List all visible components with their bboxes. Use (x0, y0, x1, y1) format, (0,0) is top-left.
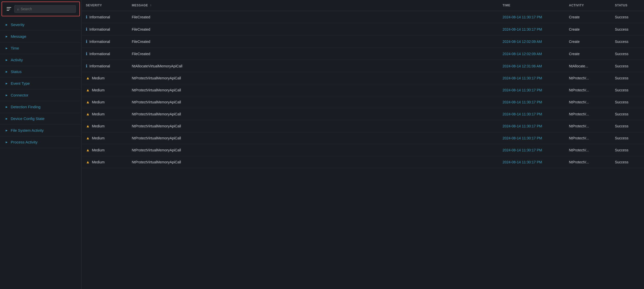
time-link[interactable]: 2024-08-14 11:30:17 PM (503, 148, 542, 152)
status-cell-2: Success (611, 35, 644, 48)
table-row[interactable]: ▲ Medium NtProtectVirtualMemoryApiCall 2… (82, 132, 644, 144)
time-cell-10[interactable]: 2024-08-14 11:30:17 PM (498, 132, 565, 144)
table-row[interactable]: ▲ Medium NtProtectVirtualMemoryApiCall 2… (82, 108, 644, 120)
col-header-activity[interactable]: ACTIVITY (565, 0, 611, 11)
table-row[interactable]: ▲ Medium NtProtectVirtualMemoryApiCall 2… (82, 84, 644, 96)
sidebar-item-status[interactable]: ► Status (0, 66, 81, 78)
activity-cell-6: NtProtectV... (565, 84, 611, 96)
table-row[interactable]: ▲ Medium NtProtectVirtualMemoryApiCall 2… (82, 120, 644, 132)
activity-cell-7: NtProtectV... (565, 96, 611, 108)
warning-icon: ▲ (86, 112, 90, 116)
sidebar-item-process-activity[interactable]: ► Process Activity (0, 136, 81, 148)
search-icon: ⌕ (17, 7, 19, 11)
time-cell-5[interactable]: 2024-08-14 11:30:17 PM (498, 72, 565, 84)
message-cell-10: NtProtectVirtualMemoryApiCall (128, 132, 498, 144)
sidebar-item-label: Process Activity (11, 140, 38, 144)
message-cell-3: FileCreated (128, 48, 498, 60)
status-cell-7: Success (611, 96, 644, 108)
time-cell-11[interactable]: 2024-08-14 11:30:17 PM (498, 144, 565, 156)
sidebar-item-label: Message (11, 34, 26, 39)
time-link[interactable]: 2024-08-14 11:30:17 PM (503, 100, 542, 104)
time-link[interactable]: 2024-08-14 11:30:17 PM (503, 88, 542, 92)
time-link[interactable]: 2024-08-14 12:02:09 AM (503, 40, 542, 44)
table-row[interactable]: ▲ Medium NtProtectVirtualMemoryApiCall 2… (82, 72, 644, 84)
sidebar-item-activity[interactable]: ► Activity (0, 54, 81, 66)
table-row[interactable]: ℹ Informational FileCreated 2024-08-14 1… (82, 48, 644, 60)
table-row[interactable]: ℹ Informational NtAllocateVirtualMemoryA… (82, 60, 644, 72)
time-cell-3[interactable]: 2024-08-14 12:02:09 AM (498, 48, 565, 60)
time-cell-7[interactable]: 2024-08-14 11:30:17 PM (498, 96, 565, 108)
time-link[interactable]: 2024-08-14 12:31:06 AM (503, 64, 542, 68)
sidebar-item-time[interactable]: ► Time (0, 42, 81, 54)
table-wrapper[interactable]: SEVERITY MESSAGE ↑ TIME ACTIVITY STATUS (82, 0, 644, 289)
severity-label: Medium (92, 112, 105, 116)
sidebar-item-label: Connector (11, 93, 28, 97)
severity-label: Medium (92, 76, 105, 80)
sidebar: ⌕ ► Severity ► Message ► Time ► Activity… (0, 0, 82, 289)
status-cell-9: Success (611, 120, 644, 132)
status-cell-11: Success (611, 144, 644, 156)
time-link[interactable]: 2024-08-14 12:02:09 AM (503, 52, 542, 56)
table-row[interactable]: ▲ Medium NtProtectVirtualMemoryApiCall 2… (82, 156, 644, 168)
time-cell-4[interactable]: 2024-08-14 12:31:06 AM (498, 60, 565, 72)
time-link[interactable]: 2024-08-14 11:30:17 PM (503, 124, 542, 128)
col-header-severity[interactable]: SEVERITY (82, 0, 128, 11)
activity-cell-10: NtProtectV... (565, 132, 611, 144)
sidebar-item-severity[interactable]: ► Severity (0, 19, 81, 31)
status-cell-10: Success (611, 132, 644, 144)
activity-cell-8: NtProtectV... (565, 108, 611, 120)
time-cell-1[interactable]: 2024-08-14 11:30:17 PM (498, 23, 565, 35)
time-cell-2[interactable]: 2024-08-14 12:02:09 AM (498, 35, 565, 48)
message-cell-6: NtProtectVirtualMemoryApiCall (128, 84, 498, 96)
sidebar-item-label: Time (11, 46, 19, 50)
table-row[interactable]: ▲ Medium NtProtectVirtualMemoryApiCall 2… (82, 96, 644, 108)
time-link[interactable]: 2024-08-14 11:30:17 PM (503, 15, 542, 19)
sidebar-item-file-system-activity[interactable]: ► File System Activity (0, 125, 81, 136)
time-link[interactable]: 2024-08-14 11:30:17 PM (503, 136, 542, 140)
message-cell-11: NtProtectVirtualMemoryApiCall (128, 144, 498, 156)
warning-icon: ▲ (86, 88, 90, 92)
time-cell-6[interactable]: 2024-08-14 11:30:17 PM (498, 84, 565, 96)
time-cell-9[interactable]: 2024-08-14 11:30:17 PM (498, 120, 565, 132)
filter-button[interactable] (6, 6, 12, 12)
table-row[interactable]: ℹ Informational FileCreated 2024-08-14 1… (82, 23, 644, 35)
time-link[interactable]: 2024-08-14 11:30:17 PM (503, 160, 542, 164)
activity-cell-5: NtProtectV... (565, 72, 611, 84)
sidebar-item-device-config-state[interactable]: ► Device Config State (0, 113, 81, 125)
time-link[interactable]: 2024-08-14 11:30:17 PM (503, 27, 542, 31)
sidebar-item-label: Detection Finding (11, 105, 41, 109)
time-link[interactable]: 2024-08-14 11:30:17 PM (503, 112, 542, 116)
table-row[interactable]: ℹ Informational FileCreated 2024-08-14 1… (82, 35, 644, 48)
severity-cell-9: ▲ Medium (82, 120, 128, 132)
chevron-right-icon: ► (5, 105, 8, 109)
severity-cell-10: ▲ Medium (82, 132, 128, 144)
sidebar-item-message[interactable]: ► Message (0, 31, 81, 42)
severity-label: Medium (92, 148, 105, 152)
sidebar-item-label: Activity (11, 58, 23, 62)
col-header-time[interactable]: TIME (498, 0, 565, 11)
svg-rect-1 (7, 9, 10, 9)
time-cell-0[interactable]: 2024-08-14 11:30:17 PM (498, 11, 565, 23)
time-cell-8[interactable]: 2024-08-14 11:30:17 PM (498, 108, 565, 120)
search-box[interactable]: ⌕ (14, 5, 76, 13)
time-link[interactable]: 2024-08-14 11:30:17 PM (503, 76, 542, 80)
filter-icon (7, 7, 11, 11)
sidebar-item-event-type[interactable]: ► Event Type (0, 78, 81, 89)
table-row[interactable]: ▲ Medium NtProtectVirtualMemoryApiCall 2… (82, 144, 644, 156)
table-row[interactable]: ℹ Informational FileCreated 2024-08-14 1… (82, 11, 644, 23)
info-icon: ℹ (86, 39, 87, 44)
severity-cell-6: ▲ Medium (82, 84, 128, 96)
col-header-status[interactable]: STATUS (611, 0, 644, 11)
col-header-message[interactable]: MESSAGE ↑ (128, 0, 498, 11)
activity-cell-2: Create (565, 35, 611, 48)
severity-cell-5: ▲ Medium (82, 72, 128, 84)
severity-label: Medium (92, 160, 105, 164)
status-cell-6: Success (611, 84, 644, 96)
warning-icon: ▲ (86, 136, 90, 140)
search-input[interactable] (21, 7, 73, 11)
time-cell-12[interactable]: 2024-08-14 11:30:17 PM (498, 156, 565, 168)
sidebar-item-connector[interactable]: ► Connector (0, 89, 81, 101)
sidebar-item-label: File System Activity (11, 128, 44, 133)
svg-rect-0 (7, 7, 11, 8)
sidebar-item-detection-finding[interactable]: ► Detection Finding (0, 101, 81, 113)
